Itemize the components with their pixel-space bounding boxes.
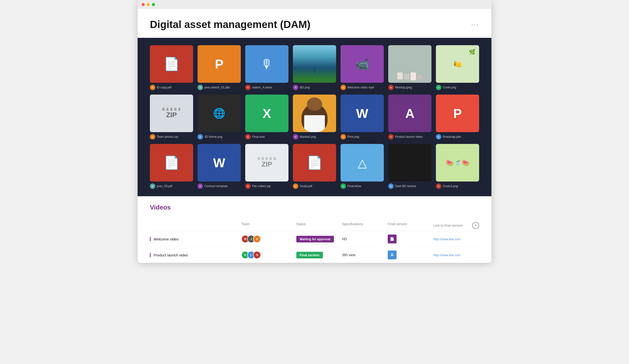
doc-icon: 📄 xyxy=(390,237,394,241)
avatar: U xyxy=(436,134,441,139)
pptx-icon: P xyxy=(215,57,224,71)
team-avatar: A xyxy=(253,235,261,243)
asset-label: U Product launch video xyxy=(388,134,432,139)
avatar: U xyxy=(340,183,346,189)
asset-card[interactable]: 🍋 🌿 U Cover.png xyxy=(436,45,479,90)
asset-label: U pres sketch_01.pttx xyxy=(197,85,241,90)
asset-card[interactable]: P U pres sketch_01.pttx xyxy=(197,45,241,90)
row-name: Welcome video xyxy=(150,237,241,241)
asset-thumbnail: 🌐 xyxy=(197,95,241,132)
header: Digital asset management (DAM) ··· xyxy=(138,9,491,38)
asset-name: Mashari.png xyxy=(300,135,316,138)
row-team: K L N xyxy=(241,251,296,259)
asset-label: U Script.pdf xyxy=(293,183,336,189)
add-row-button[interactable]: + xyxy=(472,222,479,229)
minimize-button[interactable] xyxy=(147,3,150,6)
more-options-button[interactable]: ··· xyxy=(471,21,479,28)
asset-name: Cover2.png xyxy=(443,184,458,188)
asset-thumbnail: P xyxy=(197,45,241,83)
avatar: U xyxy=(150,134,155,139)
asset-card[interactable]: 🌐 U 3D frame.png xyxy=(197,95,241,139)
asset-name: Contract template xyxy=(204,184,228,188)
team-avatars: M J A xyxy=(241,235,296,243)
asset-card[interactable]: W U Contract template xyxy=(197,144,241,189)
asset-thumbnail: 📹 xyxy=(340,45,384,83)
final-file-icon[interactable]: A xyxy=(388,250,397,259)
asset-name: ID copy.pdf xyxy=(157,86,171,89)
row-final: 📄 xyxy=(388,235,433,243)
asset-card[interactable]: U BG.png xyxy=(293,45,336,90)
asset-card[interactable]: 🍉🥤🍉 U Cover2.png xyxy=(436,144,479,189)
avatar: U xyxy=(150,85,155,90)
link-button[interactable]: http://www.link.com xyxy=(433,237,461,241)
asset-card[interactable]: W U Print.png xyxy=(340,95,384,139)
asset-name: Roadmap.pttx xyxy=(443,135,461,138)
asset-thumbnail: ▐▌▐▌▐▌▐▌▐▌ ZIP xyxy=(150,95,193,132)
asset-label: U 3D frame.png xyxy=(197,134,241,139)
asset-label: U Cover.png xyxy=(436,85,479,90)
asset-card[interactable]: △ U Final.drive xyxy=(340,144,384,189)
asset-label: U ID copy.pdf xyxy=(150,85,193,90)
close-button[interactable] xyxy=(142,3,145,6)
asset-name: pres_03.pdf xyxy=(157,184,172,188)
team-avatars: K L N xyxy=(241,251,296,259)
asset-label: U Cover2.png xyxy=(436,183,479,189)
avatar: U xyxy=(293,134,298,139)
asset-card[interactable]: 📄 U pres_03.pdf xyxy=(150,144,193,189)
asset-label: U BG.png xyxy=(293,85,336,90)
asset-grid-section: 📄 U ID copy.pdf P U pres sketch_01.pttx xyxy=(138,38,491,196)
asset-label: U Print.png xyxy=(340,134,384,139)
asset-card[interactable]: P U Roadmap.pttx xyxy=(436,95,479,139)
asset-thumbnail: 🍋 🌿 xyxy=(436,45,479,83)
asset-card[interactable]: 🎙 U station_A.wave xyxy=(245,45,289,90)
asset-thumbnail: P xyxy=(436,95,479,132)
avatar: U xyxy=(388,134,394,139)
avatar: U xyxy=(245,134,251,139)
asset-label: U Final.drive xyxy=(340,183,384,189)
asset-thumbnail: W xyxy=(197,144,241,182)
table-row[interactable]: Welcome video M J A Waiting for approval… xyxy=(150,231,479,247)
final-file-icon[interactable]: 📄 xyxy=(388,235,397,243)
asset-thumbnail: X xyxy=(245,95,289,132)
asset-thumbnail: W xyxy=(340,95,384,132)
asset-thumbnail: 📄 xyxy=(150,45,193,83)
asset-card[interactable]: 📄 U Script.pdf xyxy=(293,144,336,189)
asset-card[interactable]: ▐▌▐▌▐▌▐▌▐▌ ZIP U Team photos.zip xyxy=(150,95,193,139)
asset-name: Cover.png xyxy=(443,86,456,89)
asset-card[interactable]: U Mashari.png xyxy=(293,95,336,139)
asset-card[interactable]: ▐▌▐▌▐▌▐▌▐▌ ZIP U File collect.zip xyxy=(245,144,289,189)
maximize-button[interactable] xyxy=(152,3,155,6)
avatar: U xyxy=(197,85,203,90)
section-header: Videos xyxy=(150,204,479,216)
table-row[interactable]: Product launch video K L N Final version… xyxy=(150,247,479,263)
acrobat-icon: A xyxy=(405,106,415,121)
row-link: http://www.link.com xyxy=(433,253,479,257)
asset-card[interactable]: 📹 U Welcome video.mp4 xyxy=(340,45,384,90)
asset-thumbnail: 📄 xyxy=(150,144,193,182)
asset-thumbnail xyxy=(293,95,336,132)
asset-card[interactable]: X U Final.exel xyxy=(245,95,289,139)
row-specs: HD xyxy=(342,237,388,241)
asset-card[interactable]: U Dark BG texture xyxy=(388,144,432,189)
asset-thumbnail xyxy=(293,45,336,83)
asset-card[interactable]: 📄 U ID copy.pdf xyxy=(150,45,193,90)
link-button[interactable]: http://www.link.com xyxy=(433,253,461,257)
excel-icon: X xyxy=(263,106,271,121)
row-final: A xyxy=(388,250,433,259)
asset-thumbnail: △ xyxy=(340,144,384,182)
asset-card[interactable]: A U Product launch video xyxy=(388,95,432,139)
avatar: U xyxy=(293,183,298,189)
avatar: U xyxy=(388,85,394,90)
drive-icon: △ xyxy=(358,156,367,170)
asset-thumbnail xyxy=(388,45,432,83)
asset-label: U Final.exel xyxy=(245,134,289,139)
asset-label: U Mashari.png xyxy=(293,134,336,139)
team-avatar: N xyxy=(253,251,261,259)
col-header-final: Final version xyxy=(388,222,433,229)
asset-name: pres sketch_01.pttx xyxy=(204,86,230,89)
asset-grid: 📄 U ID copy.pdf P U pres sketch_01.pttx xyxy=(150,45,479,189)
asset-thumbnail: 📄 xyxy=(293,144,336,182)
asset-card[interactable]: U Mockup.jpeg xyxy=(388,45,432,90)
asset-name: Team photos.zip xyxy=(157,135,178,138)
table-header: Team Status Specifications Final version… xyxy=(150,220,479,231)
